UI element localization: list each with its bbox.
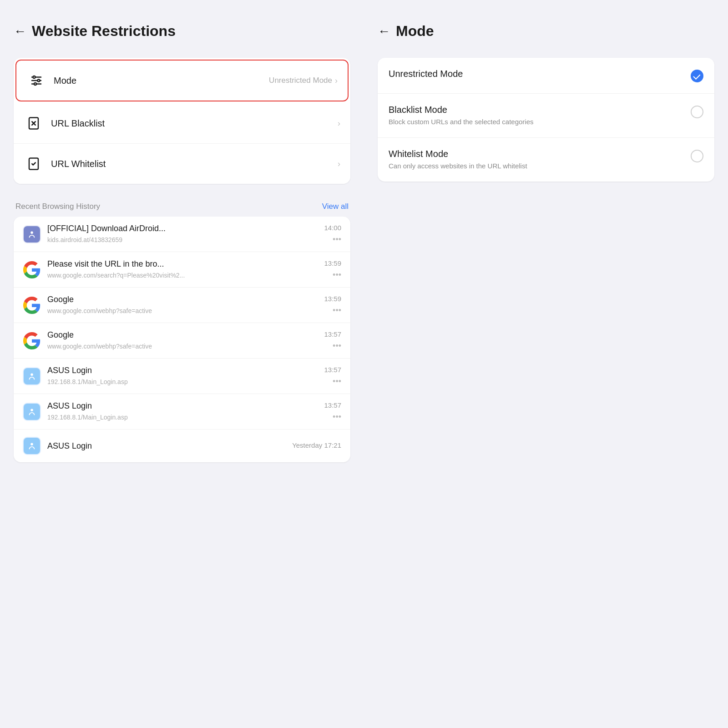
history-time: 13:57 (324, 401, 341, 409)
history-item[interactable]: ASUS Login 13:57 192.168.8.1/Main_Login.… (14, 394, 350, 430)
google-favicon (23, 296, 41, 314)
svg-point-3 (33, 76, 35, 78)
whitelist-mode-title: Whitelist Mode (389, 149, 683, 159)
mode-item-content: Mode Unrestricted Mode › (54, 76, 338, 86)
history-content: Google 13:59 www.google.com/webhp?safe=a… (47, 295, 341, 315)
left-header: ← Website Restrictions (14, 18, 350, 44)
sliders-icon (26, 71, 46, 91)
history-time: 13:59 (324, 259, 341, 267)
history-title-row: Google 13:57 (47, 330, 341, 340)
blacklist-mode-item[interactable]: Blacklist Mode Block custom URLs and the… (378, 94, 714, 138)
airdroid-favicon (23, 225, 41, 243)
url-blacklist-content: URL Blacklist › (51, 118, 340, 129)
right-panel: ← Mode Unrestricted Mode Blacklist Mode … (364, 0, 728, 728)
svg-point-10 (30, 231, 33, 233)
settings-card: Mode Unrestricted Mode › URL Blacklist › (14, 58, 350, 184)
history-title: Google (47, 330, 320, 340)
history-more-button[interactable]: ••• (329, 235, 341, 244)
history-item[interactable]: [OFFICIAL] Download AirDroid... 14:00 ki… (14, 217, 350, 252)
svg-point-5 (34, 83, 36, 85)
url-blacklist-label: URL Blacklist (51, 118, 105, 129)
history-time: 13:57 (324, 366, 341, 374)
history-title-row: ASUS Login Yesterday 17:21 (47, 441, 341, 451)
history-title: [OFFICIAL] Download AirDroid... (47, 224, 320, 233)
history-more-button[interactable]: ••• (329, 270, 341, 280)
svg-point-13 (30, 443, 33, 446)
history-title: Google (47, 295, 320, 304)
blacklist-mode-content: Blacklist Mode Block custom URLs and the… (389, 105, 683, 126)
history-item[interactable]: Please visit the URL in the bro... 13:59… (14, 252, 350, 288)
history-list: [OFFICIAL] Download AirDroid... 14:00 ki… (14, 217, 350, 462)
asus-icon (24, 438, 40, 454)
unrestricted-mode-content: Unrestricted Mode (389, 69, 683, 81)
airdroid-icon (24, 226, 40, 243)
google-favicon (23, 332, 41, 350)
history-title-row: ASUS Login 13:57 (47, 401, 341, 411)
whitelist-radio-button[interactable] (691, 150, 703, 162)
url-blacklist-item[interactable]: URL Blacklist › (14, 103, 350, 144)
mode-label: Mode (54, 76, 76, 86)
asus-icon (24, 404, 40, 420)
unrestricted-mode-item[interactable]: Unrestricted Mode (378, 58, 714, 94)
history-content: Google 13:57 www.google.com/webhp?safe=a… (47, 330, 341, 351)
history-url-row: www.google.com/search?q=Please%20visit%2… (47, 270, 341, 280)
history-time: 14:00 (324, 224, 341, 232)
whitelist-mode-desc: Can only access websites in the URL whit… (389, 161, 683, 171)
left-panel-title: Website Restrictions (32, 23, 176, 40)
url-whitelist-icon (24, 154, 44, 174)
history-item[interactable]: Google 13:57 www.google.com/webhp?safe=a… (14, 323, 350, 359)
history-more-button[interactable]: ••• (329, 377, 341, 386)
history-title: ASUS Login (47, 366, 320, 375)
blacklist-mode-title: Blacklist Mode (389, 105, 683, 115)
asus-icon (24, 368, 40, 384)
whitelist-mode-content: Whitelist Mode Can only access websites … (389, 149, 683, 171)
history-url: www.google.com/search?q=Please%20visit%2… (47, 272, 329, 279)
recent-history-header: Recent Browsing History View all (14, 197, 350, 217)
history-content: ASUS Login 13:57 192.168.8.1/Main_Login.… (47, 366, 341, 386)
unrestricted-radio-button[interactable] (691, 70, 703, 82)
google-favicon (23, 261, 41, 279)
left-back-button[interactable]: ← (14, 25, 26, 38)
history-url: kids.airdroid.at/413832659 (47, 236, 329, 243)
history-title-row: Please visit the URL in the bro... 13:59 (47, 259, 341, 269)
history-time: 13:57 (324, 330, 341, 338)
left-panel: ← Website Restrictions Mode Unrestricted… (0, 0, 364, 728)
history-url-row: kids.airdroid.at/413832659 ••• (47, 235, 341, 244)
mode-settings-item[interactable]: Mode Unrestricted Mode › (15, 60, 349, 101)
history-title: ASUS Login (47, 441, 288, 451)
history-url: 192.168.8.1/Main_Login.asp (47, 378, 329, 385)
asus-favicon (23, 403, 41, 421)
asus-favicon (23, 367, 41, 385)
svg-point-11 (30, 373, 33, 376)
svg-point-4 (38, 80, 40, 82)
history-content: ASUS Login Yesterday 17:21 (47, 441, 341, 451)
history-more-button[interactable]: ••• (329, 412, 341, 422)
mode-value: Unrestricted Mode › (269, 76, 338, 86)
history-title-row: [OFFICIAL] Download AirDroid... 14:00 (47, 224, 341, 233)
history-content: [OFFICIAL] Download AirDroid... 14:00 ki… (47, 224, 341, 244)
history-title-row: Google 13:59 (47, 295, 341, 304)
right-back-button[interactable]: ← (378, 25, 390, 38)
history-url: 192.168.8.1/Main_Login.asp (47, 414, 329, 421)
history-url: www.google.com/webhp?safe=active (47, 307, 329, 314)
history-more-button[interactable]: ••• (329, 306, 341, 315)
history-time: Yesterday 17:21 (292, 441, 341, 449)
history-item[interactable]: ASUS Login 13:57 192.168.8.1/Main_Login.… (14, 359, 350, 394)
history-title: ASUS Login (47, 401, 320, 411)
mode-card: Unrestricted Mode Blacklist Mode Block c… (378, 58, 714, 182)
history-item[interactable]: ASUS Login Yesterday 17:21 (14, 430, 350, 462)
history-url-row: 192.168.8.1/Main_Login.asp ••• (47, 412, 341, 422)
blacklist-radio-button[interactable] (691, 106, 703, 118)
whitelist-mode-item[interactable]: Whitelist Mode Can only access websites … (378, 138, 714, 182)
history-more-button[interactable]: ••• (329, 341, 341, 351)
blacklist-chevron-icon: › (338, 119, 340, 128)
svg-point-12 (30, 409, 33, 411)
history-title-row: ASUS Login 13:57 (47, 366, 341, 375)
recent-history-label: Recent Browsing History (15, 202, 100, 211)
view-all-button[interactable]: View all (322, 202, 349, 211)
right-header: ← Mode (378, 18, 714, 44)
url-whitelist-item[interactable]: URL Whitelist › (14, 144, 350, 184)
url-whitelist-content: URL Whitelist › (51, 159, 340, 169)
history-item[interactable]: Google 13:59 www.google.com/webhp?safe=a… (14, 288, 350, 323)
url-blacklist-icon (24, 113, 44, 133)
